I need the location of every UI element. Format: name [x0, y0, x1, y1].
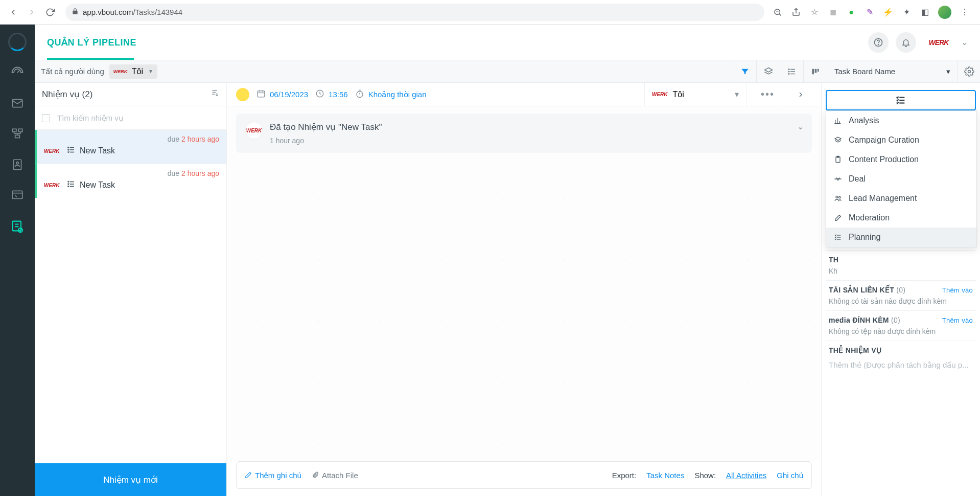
filter-icon[interactable]: [733, 60, 756, 82]
detail-footer: Thêm ghi chú Attach File Export: Task No…: [236, 461, 812, 489]
forward-button[interactable]: [25, 5, 39, 19]
dropdown-item-analysis[interactable]: Analysis: [826, 111, 976, 130]
task-item[interactable]: due 2 hours ago WERK New Task: [35, 164, 226, 198]
svg-point-29: [788, 73, 789, 74]
show-all-activities[interactable]: All Activities: [726, 471, 766, 480]
collapse-panel-button[interactable]: [789, 83, 812, 106]
browser-toolbar: app.vbout.com/Tasks/143944 ☆ ◼ ● ✎ ⚡ ✦ ◧…: [0, 0, 980, 25]
zoom-icon[interactable]: [773, 7, 783, 17]
page-title: QUẢN LÝ PIPELINE: [47, 37, 136, 48]
export-task-notes[interactable]: Task Notes: [646, 471, 684, 480]
dropdown-item-planning[interactable]: Planning: [826, 228, 976, 247]
user-filter-chip[interactable]: WERK Tôi ▼: [109, 64, 157, 79]
rail-automation[interactable]: [8, 125, 27, 143]
edit-icon: [833, 214, 843, 222]
profile-avatar[interactable]: [938, 6, 951, 19]
dropdown-item-moderation[interactable]: Moderation: [826, 208, 976, 228]
new-task-button[interactable]: Nhiệm vụ mới: [35, 463, 226, 496]
rail-pipeline[interactable]: [8, 217, 27, 235]
section-linked-assets: TÀI SẢN LIÊN KẾT (0)Thêm vào Không có tà…: [826, 280, 976, 310]
svg-point-22: [878, 44, 879, 44]
status-dot-icon[interactable]: [236, 88, 249, 101]
task-title: New Task: [80, 146, 115, 155]
url-bar[interactable]: app.vbout.com/Tasks/143944: [65, 4, 764, 21]
svg-rect-31: [814, 69, 816, 73]
layers-view-icon[interactable]: [756, 60, 780, 82]
task-type-button[interactable]: [826, 90, 976, 110]
reload-button[interactable]: [43, 5, 57, 19]
due-time-picker[interactable]: 13:56: [315, 89, 348, 100]
add-link[interactable]: Thêm vào: [942, 317, 973, 324]
svg-line-1: [779, 14, 781, 16]
notification-button[interactable]: [896, 32, 916, 53]
dropdown-item-content[interactable]: Content Production: [826, 150, 976, 169]
add-link[interactable]: Thêm vào: [942, 286, 973, 294]
rail-email[interactable]: [8, 94, 27, 112]
svg-point-14: [16, 162, 18, 164]
filter-bar: Tất cả người dùng WERK Tôi ▼ Task Board …: [35, 60, 980, 83]
user-logo-icon: WERK: [113, 66, 128, 77]
ext3-icon[interactable]: ✎: [865, 7, 875, 17]
svg-point-62: [839, 196, 841, 198]
task-type-dropdown: Analysis Campaign Curation Content Produ…: [826, 110, 977, 247]
svg-rect-17: [13, 221, 21, 231]
list-view-icon[interactable]: [780, 60, 803, 82]
ext1-icon[interactable]: ◼: [828, 7, 838, 17]
activity-avatar-icon: WERK: [245, 122, 263, 139]
rail-contacts[interactable]: [8, 155, 27, 174]
caret-down-icon: ▾: [946, 67, 950, 76]
svg-rect-32: [817, 69, 819, 71]
sort-icon[interactable]: [210, 88, 219, 100]
url-text: app.vbout.com/Tasks/143944: [83, 8, 758, 16]
duration-picker[interactable]: Khoảng thời gian: [355, 89, 427, 100]
extensions-icon[interactable]: ✦: [901, 7, 912, 17]
svg-rect-8: [15, 135, 20, 138]
user-filter-label: Tôi: [132, 67, 143, 76]
rail-pages[interactable]: [8, 186, 27, 205]
board-select[interactable]: Task Board Name ▾: [827, 60, 958, 82]
list-icon: [833, 233, 843, 241]
dropdown-item-deal[interactable]: Deal: [826, 169, 976, 189]
svg-point-27: [788, 69, 789, 70]
rail-dashboard[interactable]: [8, 63, 27, 82]
svg-rect-7: [18, 129, 22, 131]
help-button[interactable]: [868, 32, 889, 53]
svg-rect-13: [13, 160, 21, 170]
tasks-column: Nhiệm vụ (2) due 2 hours ago WERK New Ta…: [35, 83, 227, 496]
search-input[interactable]: [57, 114, 219, 122]
board-select-label: Task Board Name: [834, 67, 895, 76]
add-note-button[interactable]: Thêm ghi chú: [245, 471, 301, 480]
chrome-menu-icon[interactable]: ⋮: [960, 7, 970, 17]
svg-marker-23: [764, 67, 772, 72]
share-icon[interactable]: [791, 7, 801, 17]
attach-file-button[interactable]: Attach File: [312, 471, 358, 480]
list-icon: [66, 179, 76, 191]
account-logo[interactable]: WERK: [923, 34, 954, 51]
select-all-checkbox[interactable]: [42, 114, 50, 122]
more-actions-button[interactable]: •••: [754, 83, 782, 106]
tag-input[interactable]: [829, 354, 973, 375]
due-date-picker[interactable]: 06/19/2023: [256, 89, 308, 100]
ext4-icon[interactable]: ⚡: [883, 7, 893, 17]
activity-card[interactable]: WERK Đã tạo Nhiệm vụ "New Task" 1 hour a…: [236, 114, 812, 153]
ext2-icon[interactable]: ●: [846, 7, 856, 17]
sidepanel-icon[interactable]: ◧: [920, 7, 930, 17]
dropdown-item-campaign[interactable]: Campaign Curation: [826, 130, 976, 150]
list-icon: [66, 145, 76, 156]
board-view-icon[interactable]: [803, 60, 827, 82]
account-caret-icon[interactable]: ⌄: [961, 37, 968, 47]
export-label: Export:: [612, 471, 637, 480]
show-notes[interactable]: Ghi chú: [777, 471, 803, 480]
clock-icon: [315, 89, 324, 100]
dropdown-item-lead[interactable]: Lead Management: [826, 189, 976, 208]
task-owner-icon: WERK: [44, 148, 62, 154]
assignee-select[interactable]: WERK Tôi ▾: [644, 83, 746, 106]
svg-rect-6: [12, 129, 16, 131]
page-header: QUẢN LÝ PIPELINE WERK ⌄: [35, 25, 980, 60]
back-button[interactable]: [6, 5, 20, 19]
chrome-actions: ☆ ◼ ● ✎ ⚡ ✦ ◧ ⋮: [773, 6, 974, 19]
star-icon[interactable]: ☆: [809, 7, 820, 17]
task-item[interactable]: due 2 hours ago WERK New Task: [35, 130, 226, 164]
settings-button[interactable]: [958, 60, 980, 82]
stopwatch-icon: [355, 89, 364, 100]
